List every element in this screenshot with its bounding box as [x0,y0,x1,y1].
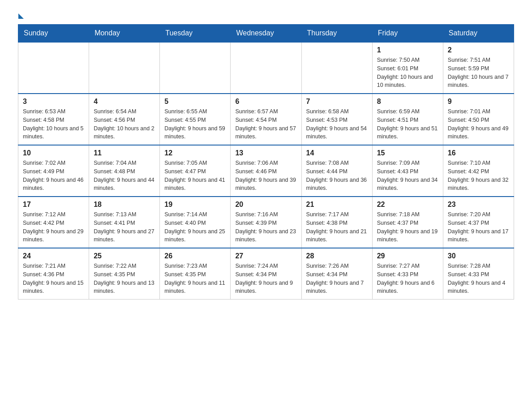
day-number: 5 [164,98,226,106]
weekday-header-friday: Friday [372,25,443,43]
calendar-cell: 18Sunrise: 7:13 AMSunset: 4:41 PMDayligh… [89,197,160,248]
day-number: 14 [306,149,368,157]
calendar-cell [89,42,160,94]
calendar-cell: 12Sunrise: 7:05 AMSunset: 4:47 PMDayligh… [160,145,231,197]
day-info: Sunrise: 7:01 AMSunset: 4:50 PMDaylight:… [448,107,509,141]
day-number: 25 [94,252,155,260]
day-info: Sunrise: 6:57 AMSunset: 4:54 PMDaylight:… [235,107,296,141]
day-info: Sunrise: 7:28 AMSunset: 4:33 PMDaylight:… [448,262,509,295]
day-number: 8 [377,98,438,106]
day-number: 30 [448,252,509,260]
day-info: Sunrise: 7:24 AMSunset: 4:34 PMDaylight:… [235,262,296,295]
day-info: Sunrise: 7:08 AMSunset: 4:44 PMDaylight:… [306,159,368,193]
day-number: 12 [164,149,226,157]
calendar-cell: 7Sunrise: 6:58 AMSunset: 4:53 PMDaylight… [301,94,372,145]
calendar-cell: 1Sunrise: 7:50 AMSunset: 6:01 PMDaylight… [372,42,443,94]
day-info: Sunrise: 7:23 AMSunset: 4:35 PMDaylight:… [164,262,226,295]
day-number: 20 [235,201,296,209]
calendar-cell: 25Sunrise: 7:22 AMSunset: 4:35 PMDayligh… [89,248,160,300]
day-number: 9 [448,98,509,106]
calendar-cell: 14Sunrise: 7:08 AMSunset: 4:44 PMDayligh… [301,145,372,197]
day-number: 7 [306,98,368,106]
logo-triangle-icon [18,13,24,19]
calendar-cell: 27Sunrise: 7:24 AMSunset: 4:34 PMDayligh… [231,248,301,300]
day-number: 4 [94,98,155,106]
weekday-header-sunday: Sunday [18,25,89,43]
calendar-week-row: 17Sunrise: 7:12 AMSunset: 4:42 PMDayligh… [18,197,514,248]
day-number: 29 [377,252,438,260]
day-info: Sunrise: 7:02 AMSunset: 4:49 PMDaylight:… [23,159,84,193]
day-info: Sunrise: 7:09 AMSunset: 4:43 PMDaylight:… [377,159,438,193]
day-info: Sunrise: 7:05 AMSunset: 4:47 PMDaylight:… [164,159,226,193]
day-info: Sunrise: 7:04 AMSunset: 4:48 PMDaylight:… [94,159,155,193]
calendar-cell: 4Sunrise: 6:54 AMSunset: 4:56 PMDaylight… [89,94,160,145]
calendar-cell [231,42,301,94]
calendar-cell: 6Sunrise: 6:57 AMSunset: 4:54 PMDaylight… [231,94,301,145]
day-number: 16 [448,149,509,157]
day-info: Sunrise: 6:53 AMSunset: 4:58 PMDaylight:… [23,107,84,141]
calendar-cell: 19Sunrise: 7:14 AMSunset: 4:40 PMDayligh… [160,197,231,248]
day-info: Sunrise: 7:22 AMSunset: 4:35 PMDaylight:… [94,262,155,295]
day-info: Sunrise: 7:12 AMSunset: 4:42 PMDaylight:… [23,210,84,244]
calendar-cell: 20Sunrise: 7:16 AMSunset: 4:39 PMDayligh… [231,197,301,248]
calendar-week-row: 24Sunrise: 7:21 AMSunset: 4:36 PMDayligh… [18,248,514,300]
day-info: Sunrise: 6:59 AMSunset: 4:51 PMDaylight:… [377,107,438,141]
day-number: 6 [235,98,296,106]
day-info: Sunrise: 7:10 AMSunset: 4:42 PMDaylight:… [448,159,509,193]
calendar-week-row: 1Sunrise: 7:50 AMSunset: 6:01 PMDaylight… [18,42,514,94]
calendar-cell: 22Sunrise: 7:18 AMSunset: 4:37 PMDayligh… [372,197,443,248]
calendar-cell: 28Sunrise: 7:26 AMSunset: 4:34 PMDayligh… [301,248,372,300]
day-info: Sunrise: 7:50 AMSunset: 6:01 PMDaylight:… [377,56,438,90]
calendar-cell [160,42,231,94]
calendar-week-row: 3Sunrise: 6:53 AMSunset: 4:58 PMDaylight… [18,94,514,145]
logo [18,13,24,17]
calendar-week-row: 10Sunrise: 7:02 AMSunset: 4:49 PMDayligh… [18,145,514,197]
day-number: 23 [448,201,509,209]
day-number: 22 [377,201,438,209]
day-info: Sunrise: 7:13 AMSunset: 4:41 PMDaylight:… [94,210,155,244]
day-info: Sunrise: 6:54 AMSunset: 4:56 PMDaylight:… [94,107,155,141]
day-info: Sunrise: 6:58 AMSunset: 4:53 PMDaylight:… [306,107,368,141]
day-info: Sunrise: 7:14 AMSunset: 4:40 PMDaylight:… [164,210,226,244]
calendar-cell: 21Sunrise: 7:17 AMSunset: 4:38 PMDayligh… [301,197,372,248]
day-number: 18 [94,201,155,209]
calendar-cell [18,42,89,94]
calendar-cell: 9Sunrise: 7:01 AMSunset: 4:50 PMDaylight… [443,94,514,145]
day-number: 21 [306,201,368,209]
calendar-cell: 29Sunrise: 7:27 AMSunset: 4:33 PMDayligh… [372,248,443,300]
day-number: 27 [235,252,296,260]
calendar-cell: 13Sunrise: 7:06 AMSunset: 4:46 PMDayligh… [231,145,301,197]
calendar-cell [301,42,372,94]
day-number: 17 [23,201,84,209]
day-info: Sunrise: 7:27 AMSunset: 4:33 PMDaylight:… [377,262,438,295]
day-number: 24 [23,252,84,260]
day-number: 26 [164,252,226,260]
calendar-cell: 11Sunrise: 7:04 AMSunset: 4:48 PMDayligh… [89,145,160,197]
calendar-cell: 16Sunrise: 7:10 AMSunset: 4:42 PMDayligh… [443,145,514,197]
day-number: 10 [23,149,84,157]
weekday-header-monday: Monday [89,25,160,43]
calendar-cell: 8Sunrise: 6:59 AMSunset: 4:51 PMDaylight… [372,94,443,145]
calendar-cell: 30Sunrise: 7:28 AMSunset: 4:33 PMDayligh… [443,248,514,300]
day-info: Sunrise: 7:17 AMSunset: 4:38 PMDaylight:… [306,210,368,244]
calendar-table: SundayMondayTuesdayWednesdayThursdayFrid… [18,24,514,300]
day-info: Sunrise: 7:21 AMSunset: 4:36 PMDaylight:… [23,262,84,295]
weekday-header-saturday: Saturday [443,25,514,43]
weekday-header-tuesday: Tuesday [160,25,231,43]
weekday-header-wednesday: Wednesday [231,25,301,43]
day-info: Sunrise: 7:20 AMSunset: 4:37 PMDaylight:… [448,210,509,244]
day-number: 11 [94,149,155,157]
day-number: 1 [377,46,438,54]
day-info: Sunrise: 7:26 AMSunset: 4:34 PMDaylight:… [306,262,368,295]
day-number: 15 [377,149,438,157]
day-info: Sunrise: 7:18 AMSunset: 4:37 PMDaylight:… [377,210,438,244]
calendar-cell: 5Sunrise: 6:55 AMSunset: 4:55 PMDaylight… [160,94,231,145]
day-number: 28 [306,252,368,260]
calendar-cell: 10Sunrise: 7:02 AMSunset: 4:49 PMDayligh… [18,145,89,197]
weekday-header-thursday: Thursday [301,25,372,43]
weekday-header-row: SundayMondayTuesdayWednesdayThursdayFrid… [18,25,514,43]
day-info: Sunrise: 7:16 AMSunset: 4:39 PMDaylight:… [235,210,296,244]
calendar-cell: 2Sunrise: 7:51 AMSunset: 5:59 PMDaylight… [443,42,514,94]
day-number: 19 [164,201,226,209]
day-info: Sunrise: 7:06 AMSunset: 4:46 PMDaylight:… [235,159,296,193]
